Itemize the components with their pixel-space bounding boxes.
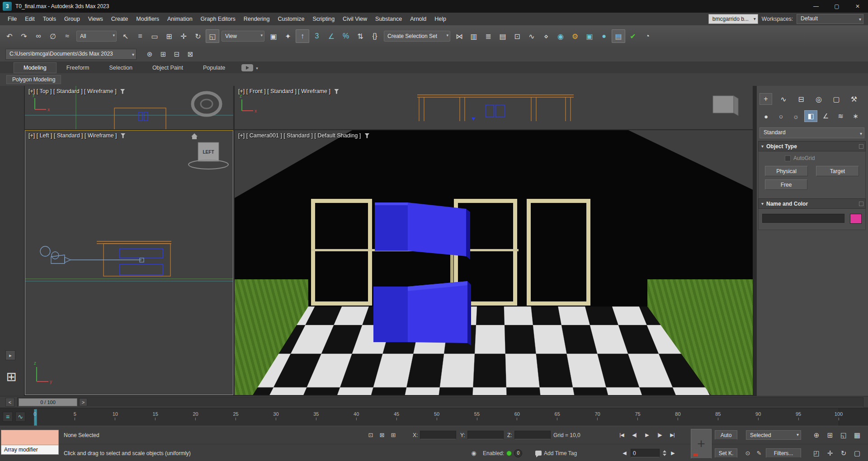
previous-frame-nudge-button[interactable]: <	[5, 398, 14, 407]
next-frame-button[interactable]: |▶	[654, 430, 665, 440]
menu-item[interactable]: Graph Editors	[197, 13, 240, 25]
home-icon[interactable]	[191, 133, 198, 139]
helpers-category-icon[interactable]: ∠	[819, 110, 832, 122]
new-scene-icon[interactable]: ⊞	[157, 49, 169, 60]
next-frame-nudge-button[interactable]: >	[79, 398, 87, 406]
set-keys-button[interactable]: +	[691, 429, 712, 459]
table-top-view[interactable]	[114, 108, 166, 129]
menu-item[interactable]: File	[4, 13, 21, 25]
minimize-button[interactable]: —	[806, 0, 826, 13]
motion-tab-icon[interactable]: ◎	[812, 93, 825, 105]
blue-object-top-view-2[interactable]	[144, 112, 148, 121]
project-path-dropdown[interactable]: C:\Users\bmcga\Documents\3ds Max 2023	[5, 49, 137, 60]
shapes-category-icon[interactable]: ○	[774, 110, 788, 122]
viewport-filter-icon[interactable]	[121, 133, 126, 138]
zoom-extents-all-icon[interactable]: ▦	[851, 429, 863, 441]
space-warps-category-icon[interactable]: ≋	[834, 110, 847, 122]
ribbon-tab-freeform[interactable]: Freeform	[57, 62, 99, 73]
frame-spinner[interactable]	[663, 450, 666, 456]
open-scene-explorer-button[interactable]: ▸	[5, 350, 15, 360]
autogrid-checkbox[interactable]: AutoGrid	[785, 155, 815, 161]
key-filters-button[interactable]: Filters...	[766, 448, 801, 458]
systems-category-icon[interactable]: ∗	[849, 110, 862, 122]
viewport-front[interactable]: x z [+] [ Front ] [ Standard ] [ Wirefra…	[235, 86, 753, 129]
help-circle-icon[interactable]: ◔	[641, 29, 654, 43]
zoom-extents-icon[interactable]: ◱	[837, 429, 850, 441]
viewport-top[interactable]: x y [+] [ Top ] [ Standard ] [ Wireframe…	[25, 86, 233, 129]
isolate-selection-toggle-icon[interactable]: ⊡	[366, 431, 375, 440]
utilities-tab-icon[interactable]: ⚒	[848, 93, 860, 105]
material-editor-icon[interactable]: ◉	[554, 29, 567, 43]
viewport-label-text[interactable]: [+] [ Front ] [ Standard ] [ Wireframe ]	[238, 88, 330, 94]
blue-object-front-view-1[interactable]	[486, 105, 494, 117]
keyboard-shortcut-override-icon[interactable]: ↑	[296, 29, 309, 43]
object-color-swatch[interactable]	[850, 214, 862, 224]
toggle-scene-explorer-icon[interactable]: ⊡	[510, 29, 524, 43]
viewport-label-camera[interactable]: [+] [ Camera001 ] [ Standard ] [ Default…	[238, 132, 369, 139]
zoom-all-icon[interactable]: ⊞	[824, 429, 836, 441]
viewport-label-top[interactable]: [+] [ Top ] [ Standard ] [ Wireframe ]	[28, 88, 125, 94]
angle-snap-toggle-icon[interactable]: ∠	[325, 29, 338, 43]
ribbon-tab-modeling[interactable]: Modeling	[14, 62, 57, 73]
go-to-end-button[interactable]: ▶|	[666, 430, 678, 440]
target-camera-button[interactable]: Target	[816, 166, 859, 176]
go-to-start-button[interactable]: |◀	[616, 430, 627, 440]
curve-editor-icon[interactable]: ∿	[525, 29, 538, 43]
toggle-ribbon-icon[interactable]: ▤	[496, 29, 509, 43]
reference-coordinate-dropdown[interactable]: View	[222, 31, 264, 42]
blue-object-side-view-1[interactable]	[119, 249, 163, 258]
picture-frame-1[interactable]	[311, 199, 372, 306]
menu-item[interactable]: Animation	[163, 13, 197, 25]
blue-object-top-view-1[interactable]	[138, 112, 142, 121]
cameras-category-icon[interactable]: ◧	[804, 110, 817, 122]
set-key-button[interactable]: Set K.	[715, 448, 737, 458]
save-file-icon[interactable]: ⊠	[184, 49, 196, 60]
ribbon-tab-populate[interactable]: Populate	[193, 62, 235, 73]
viewcube-top-icon[interactable]	[193, 93, 221, 115]
keyframe-options-glyph[interactable]: ◉	[469, 449, 478, 458]
tutorials-media-icon[interactable]	[241, 64, 253, 71]
render-setup-icon[interactable]: ⚙	[568, 29, 582, 43]
menu-item[interactable]: Edit	[21, 13, 39, 25]
open-mini-curve-editor-icon[interactable]: ≡	[3, 412, 13, 422]
z-coordinate-field[interactable]	[514, 431, 551, 439]
render-production-icon[interactable]: ●	[597, 29, 611, 43]
viewport-label-text[interactable]: [+] [ Left ] [ Standard ] [ Wireframe ]	[28, 132, 117, 139]
key-mode-toggle-icon[interactable]: ⊙	[743, 449, 752, 458]
object-name-input[interactable]	[762, 214, 844, 223]
toggle-layer-explorer-icon[interactable]: ≣	[481, 29, 495, 43]
menu-item[interactable]: Group	[60, 13, 84, 25]
checkbox-icon[interactable]	[785, 155, 791, 161]
bind-to-space-warp-icon[interactable]: ≈	[61, 29, 74, 43]
zoom-region-icon[interactable]: ◰	[810, 447, 823, 459]
selection-filter-dropdown[interactable]: All	[76, 31, 117, 42]
menu-item[interactable]: Help	[430, 13, 450, 25]
schematic-view-icon[interactable]: ⋄	[539, 29, 553, 43]
viewport-label-text[interactable]: [+] [ Top ] [ Standard ] [ Wireframe ]	[28, 88, 117, 94]
object-type-rollout-header[interactable]: Object Type	[758, 141, 866, 151]
physical-camera-button[interactable]: Physical	[765, 166, 808, 176]
lights-category-icon[interactable]: ☼	[789, 110, 802, 122]
tutorials-dropdown-arrow-icon[interactable]: ▾	[256, 66, 258, 71]
orbit-icon[interactable]: ↻	[837, 447, 850, 459]
free-camera-button[interactable]: Free	[765, 179, 807, 190]
auto-key-button[interactable]: Auto	[715, 430, 737, 440]
y-coordinate-field[interactable]	[467, 431, 504, 439]
rendered-frame-window-icon[interactable]: ▣	[583, 29, 596, 43]
select-and-move-icon[interactable]: ✛	[177, 29, 190, 43]
viewport-filter-icon[interactable]	[334, 89, 339, 94]
geometry-category-icon[interactable]: ●	[760, 110, 773, 122]
selection-lock-toggle-icon[interactable]: ⊠	[377, 431, 387, 440]
undo-icon[interactable]: ↶	[3, 29, 16, 43]
menu-item[interactable]: Substance	[371, 13, 406, 25]
menu-item[interactable]: Scripting	[308, 13, 339, 25]
keyframe-options-icon[interactable]: ◉	[469, 444, 478, 461]
viewcube-left-icon[interactable]: LEFT	[189, 133, 228, 169]
align-icon[interactable]: ▥	[467, 29, 481, 43]
hierarchy-tab-icon[interactable]: ⊟	[795, 93, 807, 105]
next-key-button[interactable]: ▶	[669, 448, 677, 458]
menu-item[interactable]: Rendering	[240, 13, 274, 25]
blue-block-bottom[interactable]	[373, 281, 471, 345]
select-by-name-icon[interactable]: ≡	[133, 29, 147, 43]
viewport-label-front[interactable]: [+] [ Front ] [ Standard ] [ Wireframe ]	[238, 88, 339, 94]
